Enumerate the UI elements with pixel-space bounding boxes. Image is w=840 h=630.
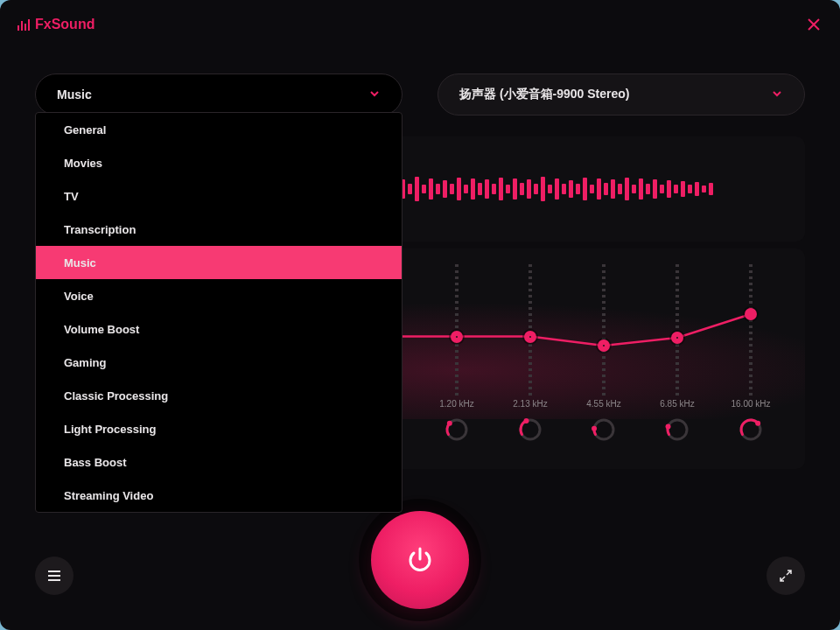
svg-point-15 — [592, 426, 597, 431]
preset-option[interactable]: Light Processing — [36, 412, 402, 445]
footer — [0, 508, 840, 630]
eq-knob[interactable] — [430, 416, 483, 443]
spectrum-bar — [506, 185, 510, 193]
spectrum-bar — [464, 185, 468, 193]
spectrum-bar — [611, 179, 615, 199]
preset-option[interactable]: Streaming Video — [36, 479, 402, 512]
preset-option[interactable]: Classic Processing — [36, 379, 402, 412]
spectrum-bar — [513, 178, 517, 200]
spectrum-bar — [534, 184, 538, 194]
spectrum-bar — [443, 180, 447, 198]
close-button[interactable] — [805, 16, 822, 33]
app-logo: FxSound — [18, 17, 94, 32]
spectrum-bar — [688, 185, 692, 193]
spectrum-bar — [590, 185, 594, 193]
spectrum-bar — [436, 184, 440, 194]
spectrum-bar — [408, 184, 412, 194]
svg-point-16 — [668, 420, 687, 439]
eq-slider-thumb[interactable] — [671, 332, 683, 344]
app-name: FxSound — [35, 17, 94, 32]
power-button[interactable] — [371, 511, 469, 609]
eq-freq-label: 6.85 kHz — [651, 399, 704, 409]
eq-slider[interactable] — [528, 264, 533, 396]
collapse-icon — [779, 569, 793, 583]
spectrum-bar — [485, 179, 489, 199]
chevron-down-icon — [771, 88, 783, 102]
spectrum-bar — [702, 186, 706, 192]
eq-slider[interactable] — [748, 264, 753, 396]
preset-option[interactable]: Bass Boost — [36, 445, 402, 479]
power-icon — [403, 543, 437, 577]
spectrum-bar — [555, 178, 559, 200]
spectrum-bar — [695, 182, 699, 196]
app-window: FxSound Music 扬声器 (小爱音箱-9900 Stereo) 110… — [0, 0, 840, 630]
preset-dropdown: GeneralMoviesTVTranscriptionMusicVoiceVo… — [35, 112, 402, 513]
preset-option[interactable]: TV — [36, 179, 402, 213]
spectrum-bar — [632, 185, 636, 193]
spectrum-bar — [569, 180, 573, 198]
spectrum-bar — [471, 178, 475, 200]
eq-knob[interactable] — [578, 416, 630, 443]
spectrum-bar — [415, 177, 419, 201]
spectrum-bar — [674, 185, 678, 193]
preset-option[interactable]: Volume Boost — [36, 312, 402, 346]
spectrum-bar — [667, 180, 671, 198]
spectrum-bar — [646, 184, 650, 194]
eq-knob[interactable] — [651, 416, 704, 443]
svg-point-17 — [666, 424, 671, 430]
spectrum-bar — [625, 178, 629, 200]
collapse-button[interactable] — [766, 556, 805, 595]
spectrum-bar — [583, 178, 587, 200]
logo-bars-icon — [18, 19, 30, 31]
eq-knob[interactable] — [504, 416, 556, 443]
svg-point-14 — [594, 420, 613, 439]
spectrum-bar — [562, 184, 566, 194]
preset-option[interactable]: General — [36, 113, 402, 146]
preset-option[interactable]: Music — [36, 246, 402, 279]
eq-slider[interactable] — [601, 264, 606, 396]
spectrum-bar — [520, 183, 524, 195]
title-bar: FxSound — [0, 0, 840, 49]
preset-select-value: Music — [57, 88, 92, 102]
menu-button[interactable] — [35, 556, 74, 595]
close-icon — [805, 16, 822, 33]
eq-freq-label: 1.20 kHz — [430, 399, 483, 409]
device-select-value: 扬声器 (小爱音箱-9900 Stereo) — [459, 87, 629, 102]
eq-slider[interactable] — [454, 264, 459, 396]
preset-select[interactable]: Music — [35, 74, 402, 116]
eq-freq-label: 4.55 kHz — [578, 399, 630, 409]
spectrum-bar — [499, 178, 503, 200]
spectrum-bar — [709, 183, 713, 195]
spectrum-bar — [457, 178, 461, 200]
eq-freq-label: 2.13 kHz — [504, 399, 556, 409]
spectrum-bar — [618, 184, 622, 194]
selector-row: Music 扬声器 (小爱音箱-9900 Stereo) — [0, 49, 840, 116]
spectrum-bar — [492, 184, 496, 194]
spectrum-bar — [478, 183, 482, 195]
eq-knob[interactable] — [724, 416, 777, 443]
svg-point-13 — [524, 418, 529, 424]
spectrum-bar — [639, 178, 643, 200]
spectrum-bar — [597, 178, 601, 200]
eq-slider[interactable] — [675, 264, 680, 396]
eq-slider-thumb[interactable] — [451, 331, 463, 343]
device-select[interactable]: 扬声器 (小爱音箱-9900 Stereo) — [438, 74, 805, 116]
spectrum-bar — [422, 185, 426, 193]
preset-option[interactable]: Voice — [36, 279, 402, 312]
preset-option[interactable]: Movies — [36, 146, 402, 179]
preset-option[interactable]: Gaming — [36, 346, 402, 379]
spectrum-bar — [429, 178, 433, 200]
eq-slider-thumb[interactable] — [598, 340, 610, 352]
eq-slider-thumb[interactable] — [745, 308, 757, 320]
hamburger-icon — [46, 568, 62, 584]
chevron-down-icon — [368, 88, 381, 102]
eq-slider-thumb[interactable] — [524, 331, 536, 343]
svg-point-19 — [755, 421, 760, 426]
spectrum-bar — [660, 185, 664, 193]
spectrum-bar — [548, 185, 552, 193]
spectrum-bar — [576, 184, 580, 194]
preset-option[interactable]: Transcription — [36, 213, 402, 246]
svg-point-11 — [447, 421, 452, 426]
spectrum-bar — [541, 177, 545, 201]
spectrum-bar — [450, 184, 454, 194]
